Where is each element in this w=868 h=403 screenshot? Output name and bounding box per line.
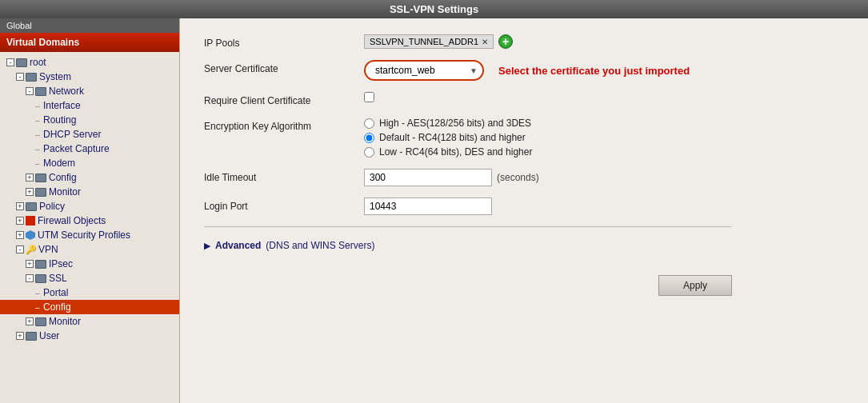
login-port-label: Login Port xyxy=(204,198,364,212)
sidebar-item-modem[interactable]: – Modem xyxy=(0,156,179,170)
leaf-dash: – xyxy=(35,145,42,154)
leaf-dash: – xyxy=(35,116,42,125)
cert-dropdown[interactable]: startcom_web xyxy=(364,60,484,81)
root-label: root xyxy=(30,57,46,68)
expand-icon: - xyxy=(6,58,14,66)
virtual-domains-label[interactable]: Virtual Domains xyxy=(0,33,179,52)
sidebar-item-monitor[interactable]: + Monitor xyxy=(0,185,179,199)
apply-button[interactable]: Apply xyxy=(658,275,732,296)
sidebar-item-root[interactable]: - root xyxy=(0,55,179,70)
ip-pools-row: IP Pools SSLVPN_TUNNEL_ADDR1 ✕ + xyxy=(204,34,748,49)
sidebar-item-label: VPN xyxy=(38,244,58,255)
enc-high-item: High - AES(128/256 bits) and 3DES xyxy=(364,118,532,129)
expand-icon: - xyxy=(26,274,34,282)
sidebar-item-label: Portal xyxy=(43,287,68,298)
idle-timeout-input[interactable] xyxy=(364,169,492,186)
sidebar-item-user[interactable]: + User xyxy=(0,329,179,343)
divider xyxy=(204,226,732,227)
encryption-key-label: Encryption Key Algorithm xyxy=(204,118,364,132)
enc-default-label: Default - RC4(128 bits) and higher xyxy=(379,132,526,143)
cert-dropdown-wrapper: startcom_web ▼ xyxy=(364,60,484,81)
advanced-section[interactable]: ▶ Advanced (DNS and WINS Servers) xyxy=(204,235,748,256)
top-bar: SSL-VPN Settings xyxy=(0,0,868,18)
advanced-sub: (DNS and WINS Servers) xyxy=(266,240,374,251)
sidebar-item-ssl-config[interactable]: – Config xyxy=(0,300,179,314)
cert-hint: Select the certificate you just imported xyxy=(498,65,690,77)
root-icon xyxy=(16,58,27,67)
enc-high-label: High - AES(128/256 bits) and 3DES xyxy=(379,118,531,129)
firewall-icon xyxy=(26,216,35,225)
sidebar-item-vpn-monitor[interactable]: + Monitor xyxy=(0,314,179,329)
add-ip-pool-button[interactable]: + xyxy=(498,34,513,49)
enc-default-item: Default - RC4(128 bits) and higher xyxy=(364,132,532,143)
ip-pools-label: IP Pools xyxy=(204,34,364,49)
sidebar-item-portal[interactable]: – Portal xyxy=(0,285,179,300)
sidebar-item-network[interactable]: - Network xyxy=(0,84,179,98)
form-section: IP Pools SSLVPN_TUNNEL_ADDR1 ✕ + Server … xyxy=(204,34,748,296)
ip-pools-control: SSLVPN_TUNNEL_ADDR1 ✕ + xyxy=(364,34,748,49)
sidebar-item-firewall-objects[interactable]: + Firewall Objects xyxy=(0,213,179,228)
advanced-arrow-icon: ▶ xyxy=(204,241,210,251)
sidebar-item-label: Monitor xyxy=(49,186,81,198)
server-cert-control: startcom_web ▼ Select the certificate yo… xyxy=(364,60,748,81)
utm-icon xyxy=(26,230,35,240)
leaf-dash: – xyxy=(35,159,42,168)
enc-low-label: Low - RC4(64 bits), DES and higher xyxy=(379,146,532,158)
expand-icon: + xyxy=(26,317,34,325)
config-icon xyxy=(35,174,46,182)
expand-icon: + xyxy=(26,260,34,268)
expand-icon: + xyxy=(16,231,24,239)
sidebar-item-label: Firewall Objects xyxy=(38,215,106,226)
sidebar-item-label: UTM Security Profiles xyxy=(38,229,130,241)
network-icon xyxy=(35,87,46,96)
idle-timeout-row: Idle Timeout (seconds) xyxy=(204,169,748,186)
require-client-cert-row: Require Client Certificate xyxy=(204,92,748,106)
sidebar-item-label: DHCP Server xyxy=(43,129,101,140)
sidebar-item-label: Modem xyxy=(43,158,75,169)
sidebar-item-ipsec[interactable]: + IPsec xyxy=(0,257,179,271)
encryption-key-row: Encryption Key Algorithm High - AES(128/… xyxy=(204,118,748,158)
sidebar-item-label: System xyxy=(39,71,71,82)
expand-icon: - xyxy=(16,245,24,253)
sidebar-item-ssl[interactable]: - SSL xyxy=(0,271,179,285)
sidebar-item-config[interactable]: + Config xyxy=(0,170,179,185)
login-port-input[interactable] xyxy=(364,198,492,215)
expand-icon: + xyxy=(26,174,34,182)
sidebar-item-interface[interactable]: – Interface xyxy=(0,98,179,113)
sidebar-item-label: SSL xyxy=(49,273,67,284)
enc-default-radio[interactable] xyxy=(364,133,374,143)
sidebar-item-utm[interactable]: + UTM Security Profiles xyxy=(0,228,179,242)
remove-ip-pool-button[interactable]: ✕ xyxy=(482,38,488,46)
idle-timeout-control: (seconds) xyxy=(364,169,748,186)
leaf-dash: – xyxy=(35,303,42,312)
sidebar-item-packet-capture[interactable]: – Packet Capture xyxy=(0,142,179,156)
leaf-dash: – xyxy=(35,130,42,139)
sidebar-item-dhcp[interactable]: – DHCP Server xyxy=(0,127,179,142)
enc-low-item: Low - RC4(64 bits), DES and higher xyxy=(364,146,532,158)
leaf-dash: – xyxy=(35,102,42,110)
ssl-icon xyxy=(35,274,46,283)
sidebar-item-policy[interactable]: + Policy xyxy=(0,199,179,213)
vpn-monitor-icon xyxy=(35,317,46,326)
expand-icon: - xyxy=(26,87,34,95)
ipsec-icon xyxy=(35,260,46,269)
sidebar-item-vpn[interactable]: - 🔑 VPN xyxy=(0,242,179,257)
require-client-cert-checkbox[interactable] xyxy=(364,92,374,102)
sidebar-item-system[interactable]: - System xyxy=(0,70,179,84)
main-content: IP Pools SSLVPN_TUNNEL_ADDR1 ✕ + Server … xyxy=(180,18,868,403)
sidebar-item-label: Policy xyxy=(39,201,65,212)
sidebar-item-routing[interactable]: – Routing xyxy=(0,113,179,127)
leaf-dash: – xyxy=(35,289,42,297)
enc-low-radio[interactable] xyxy=(364,147,374,158)
global-label: Global xyxy=(0,18,179,33)
radio-group-encryption: High - AES(128/256 bits) and 3DES Defaul… xyxy=(364,118,532,158)
enc-high-radio[interactable] xyxy=(364,118,374,129)
sidebar-item-label: Network xyxy=(49,86,84,97)
apply-row: Apply xyxy=(204,264,732,296)
ip-pool-value: SSLVPN_TUNNEL_ADDR1 xyxy=(370,37,478,46)
system-icon xyxy=(26,73,37,82)
monitor-icon xyxy=(35,188,46,197)
sidebar-item-label: Interface xyxy=(43,100,81,111)
login-port-row: Login Port xyxy=(204,198,748,215)
expand-icon: + xyxy=(16,217,24,225)
